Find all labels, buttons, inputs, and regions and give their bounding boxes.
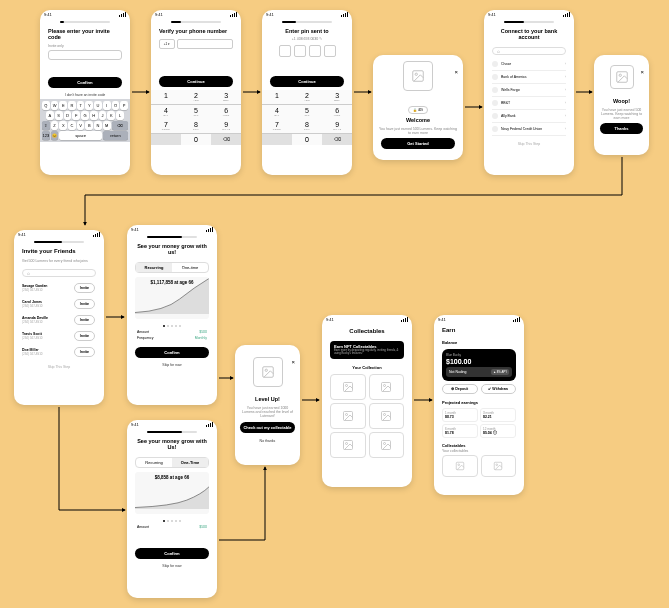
invite-code-input[interactable] <box>48 50 122 60</box>
screen-woop: × Woop! You have just earned 500 Lumens.… <box>594 55 649 155</box>
svg-point-13 <box>384 413 386 415</box>
screen-connect-bank: 9:41 Connect to your bank account Chase›… <box>484 10 574 175</box>
confirm-button[interactable]: Confirm <box>48 77 122 88</box>
status-bar: 9:41 <box>40 10 130 19</box>
subtitle: Invite only <box>40 44 130 48</box>
svg-point-5 <box>265 369 267 371</box>
skip-link[interactable]: Skip This Step <box>484 140 574 148</box>
promo-card[interactable]: Earn NFT Collectables Earn more by depos… <box>330 341 404 359</box>
friend-row: Travis Scott(234) 567-8910Invite <box>14 328 104 344</box>
svg-point-15 <box>345 442 347 444</box>
collectable-item[interactable] <box>330 374 366 400</box>
lumens-chip: 🔒 409 <box>408 106 428 114</box>
friends-list: Savage Garden(234) 567-8910InviteCarol J… <box>14 280 104 360</box>
svg-point-1 <box>415 73 417 75</box>
image-placeholder-icon <box>610 65 634 89</box>
svg-point-7 <box>345 384 347 386</box>
earnings-grid: 1 month$0.733 month$2.216 month$1.7812 m… <box>434 406 524 440</box>
backspace-key[interactable]: ⌫ <box>112 121 128 130</box>
invite-button[interactable]: Invite <box>74 315 95 325</box>
number-pad: 12ABC3DEF4GHI5JKL6MNO7PQRS8TUV9WXYZ0⌫ <box>151 90 241 145</box>
friend-row: Amanda Deville(234) 567-8910Invite <box>14 312 104 328</box>
friend-row: Carol Jones(234) 567-8910Invite <box>14 296 104 312</box>
invite-button[interactable]: Invite <box>74 331 95 341</box>
collection-grid <box>322 371 412 461</box>
phone-input[interactable] <box>177 39 233 49</box>
screen-welcome: × 🔒 409 Welcome You have just earned 500… <box>373 55 463 160</box>
close-icon[interactable]: × <box>454 69 458 75</box>
search-input[interactable] <box>22 269 96 277</box>
bank-row[interactable]: Chase› <box>492 58 566 71</box>
svg-point-11 <box>345 413 347 415</box>
tabs[interactable]: RecurringOne-Time <box>135 457 209 468</box>
nuding-row[interactable]: Not Nuding▲ 8% APY <box>446 367 512 377</box>
bank-row[interactable]: BB&T› <box>492 97 566 110</box>
deposit-button[interactable]: ⊕ Deposit <box>442 384 478 394</box>
svg-point-9 <box>384 384 386 386</box>
continue-button[interactable]: Continue <box>159 76 233 87</box>
screen-grow-onetime: 9:41 See your money grow with Us! Recurr… <box>127 420 217 598</box>
bank-row[interactable]: Bank of America› <box>492 71 566 84</box>
invite-button[interactable]: Invite <box>74 299 95 309</box>
image-placeholder-icon <box>403 61 433 91</box>
screen-enter-pin: 9:41 Enter pin sent to +1 408 693 0630 ✎… <box>262 10 352 175</box>
keyboard: QWERTYUIOP ASDFGHJKL ⇧ZXCVBNM⌫ 123😊space… <box>40 99 130 142</box>
friend-row: Doe Miller(234) 567-8910Invite <box>14 344 104 360</box>
checkout-button[interactable]: Check out my collectable <box>240 422 295 433</box>
friend-row: Savage Garden(234) 567-8910Invite <box>14 280 104 296</box>
svg-point-3 <box>619 74 621 76</box>
dial-code-select[interactable]: +1 ▾ <box>159 39 175 49</box>
screen-invite-code: 9:41 Please enter your invite code Invit… <box>40 10 130 175</box>
invite-button[interactable]: Invite <box>74 347 95 357</box>
svg-point-19 <box>458 464 460 466</box>
shift-key[interactable]: ⇧ <box>42 121 50 130</box>
close-icon[interactable]: × <box>640 69 644 75</box>
bank-list: Chase›Bank of America›Wells Fargo›BB&T›A… <box>484 58 574 136</box>
growth-chart: $8,858 at age 66 <box>135 472 209 514</box>
image-placeholder-icon <box>253 357 283 387</box>
screen-level-up: × Level Up! You have just earned 1000 Lu… <box>235 345 300 465</box>
skip-link[interactable]: Skip This Step <box>14 363 104 371</box>
progress-bar <box>60 21 110 23</box>
page-title: Please enter your invite code <box>40 25 130 44</box>
screen-grow-recurring: 9:41 See your money grow with us! Recurr… <box>127 225 217 405</box>
key[interactable]: Q <box>42 101 50 110</box>
growth-chart: $1,117,858 at age 66 <box>135 277 209 319</box>
pin-input[interactable] <box>262 41 352 61</box>
bank-row[interactable]: Ally Bank› <box>492 110 566 123</box>
invite-button[interactable]: Invite <box>74 283 95 293</box>
svg-point-21 <box>496 464 498 466</box>
bank-row[interactable]: Navy Federal Credit Union› <box>492 123 566 136</box>
tabs[interactable]: RecurringOne-time <box>135 262 209 273</box>
bank-row[interactable]: Wells Fargo› <box>492 84 566 97</box>
thanks-button[interactable]: Thanks <box>600 123 643 134</box>
no-code-link[interactable]: I don't have an invite code <box>40 91 130 99</box>
close-icon[interactable]: × <box>291 359 295 365</box>
withdraw-button[interactable]: ↙ Withdraw <box>481 384 517 394</box>
screen-earn: 9:41 Earn Balance Blue Bucky $100.00 Not… <box>434 315 524 495</box>
screen-invite-friends: 9:41 Invite your Friends Get 500 Lumens … <box>14 230 104 405</box>
balance-card: Blue Bucky $100.00 Not Nuding▲ 8% APY <box>442 349 516 381</box>
screen-collectables: 9:41 Collectables Earn NFT Collectables … <box>322 315 412 487</box>
screen-verify-phone: 9:41 Verify your phone number +1 ▾ Conti… <box>151 10 241 175</box>
search-input[interactable] <box>492 47 566 55</box>
get-started-button[interactable]: Get Started <box>381 138 455 149</box>
svg-point-17 <box>384 442 386 444</box>
